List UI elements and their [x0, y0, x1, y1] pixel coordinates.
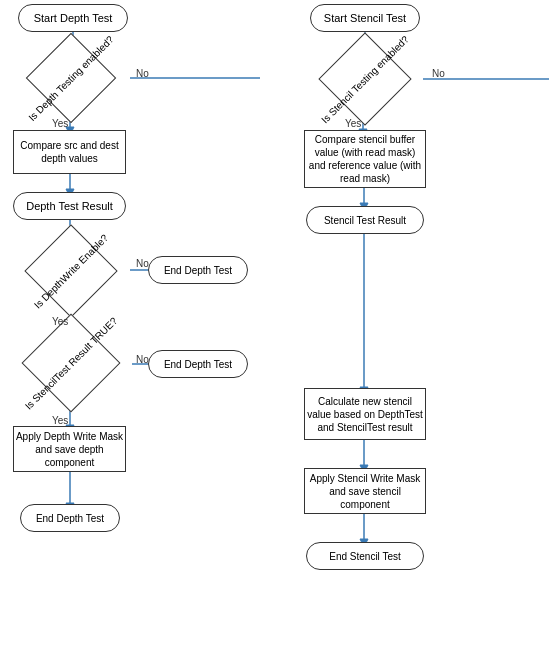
- apply-depth-write-mask: Apply Depth Write Mask and save depth co…: [13, 426, 126, 472]
- is-depth-enabled-diamond: Is Depth Testing enabled?: [10, 46, 132, 110]
- diagram-container: Start Depth Test Is Depth Testing enable…: [0, 0, 549, 646]
- yes-label-1: Yes: [52, 118, 68, 129]
- no-label-2: No: [136, 258, 149, 269]
- depth-test-result-label: Depth Test Result: [26, 199, 113, 213]
- start-depth-test: Start Depth Test: [18, 4, 128, 32]
- end-depth-test-3: End Depth Test: [20, 504, 120, 532]
- compare-depth-values: Compare src and dest depth values: [13, 130, 126, 174]
- start-stencil-test: Start Stencil Test: [310, 4, 420, 32]
- end-stencil-test: End Stencil Test: [306, 542, 424, 570]
- calc-stencil-label: Calculate new stencil value based on Dep…: [305, 395, 425, 434]
- end-depth-2-label: End Depth Test: [164, 358, 232, 371]
- compare-depth-label: Compare src and dest depth values: [14, 139, 125, 165]
- compare-stencil-label: Compare stencil buffer value (with read …: [305, 133, 425, 185]
- compare-stencil-values: Compare stencil buffer value (with read …: [304, 130, 426, 188]
- no-label-3: No: [136, 354, 149, 365]
- is-stenciltest-result-diamond: Is StencilTest Result TRUE?: [5, 328, 137, 398]
- yes-label-2: Yes: [52, 316, 68, 327]
- is-stencil-enabled-diamond: Is Stencil Testing enabled?: [300, 46, 430, 112]
- end-stencil-label: End Stencil Test: [329, 550, 401, 563]
- apply-stencil-write-mask: Apply Stencil Write Mask and save stenci…: [304, 468, 426, 514]
- start-depth-label: Start Depth Test: [34, 11, 113, 25]
- stencil-test-result: Stencil Test Result: [306, 206, 424, 234]
- start-stencil-label: Start Stencil Test: [324, 11, 406, 25]
- stencil-test-result-label: Stencil Test Result: [324, 214, 406, 227]
- calc-stencil-value: Calculate new stencil value based on Dep…: [304, 388, 426, 440]
- apply-stencil-write-label: Apply Stencil Write Mask and save stenci…: [305, 472, 425, 511]
- end-depth-1-label: End Depth Test: [164, 264, 232, 277]
- no-label-1: No: [136, 68, 149, 79]
- end-depth-3-label: End Depth Test: [36, 512, 104, 525]
- apply-depth-write-label: Apply Depth Write Mask and save depth co…: [14, 430, 125, 469]
- depth-test-result: Depth Test Result: [13, 192, 126, 220]
- is-depthwrite-enable-diamond: Is DepthWrite Enable?: [8, 238, 134, 304]
- end-depth-test-1: End Depth Test: [148, 256, 248, 284]
- yes-label-right: Yes: [345, 118, 361, 129]
- yes-label-3: Yes: [52, 415, 68, 426]
- end-depth-test-2: End Depth Test: [148, 350, 248, 378]
- no-label-right: No: [432, 68, 445, 79]
